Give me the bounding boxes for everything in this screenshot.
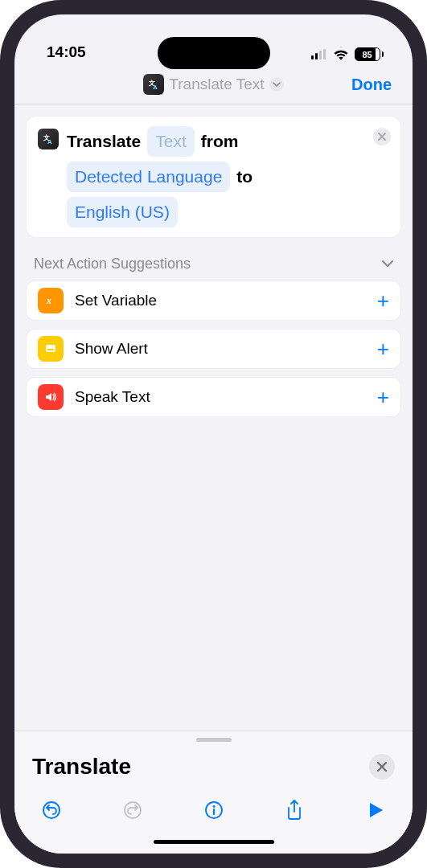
suggestion-speak-text[interactable]: Speak Text + bbox=[26, 377, 401, 417]
home-indicator-area bbox=[14, 829, 413, 854]
suggestion-set-variable[interactable]: x Set Variable + bbox=[26, 280, 401, 321]
alert-icon bbox=[38, 336, 64, 362]
screen: 14:05 bbox=[14, 14, 413, 854]
translate-app-icon: 文A bbox=[38, 129, 59, 149]
svg-point-14 bbox=[212, 805, 215, 808]
suggestion-label: Show Alert bbox=[75, 340, 366, 358]
home-indicator[interactable] bbox=[154, 840, 274, 844]
nav-title-label: Translate Text bbox=[169, 76, 264, 93]
svg-rect-2 bbox=[319, 51, 322, 59]
suggestion-label: Set Variable bbox=[75, 292, 366, 309]
translate-app-icon: 文A bbox=[143, 74, 164, 95]
action-verb: Translate bbox=[67, 128, 141, 155]
delete-action-button[interactable] bbox=[373, 128, 391, 145]
action-to-lang-param[interactable]: English (US) bbox=[67, 197, 178, 227]
variable-icon: x bbox=[38, 288, 64, 313]
panel-close-button[interactable] bbox=[369, 754, 395, 780]
svg-rect-1 bbox=[315, 53, 318, 59]
panel-header: Translate bbox=[14, 739, 413, 789]
suggestion-label: Speak Text bbox=[75, 388, 366, 406]
svg-text:x: x bbox=[46, 295, 51, 306]
done-button[interactable]: Done bbox=[351, 75, 392, 93]
suggestion-show-alert[interactable]: Show Alert + bbox=[26, 329, 401, 369]
toolbar bbox=[14, 789, 413, 829]
suggestions-header-row[interactable]: Next Action Suggestions bbox=[26, 238, 401, 280]
share-button[interactable] bbox=[281, 797, 307, 823]
svg-rect-0 bbox=[311, 55, 314, 59]
nav-bar: 文A Translate Text Done bbox=[14, 64, 413, 104]
action-from-lang-param[interactable]: Detected Language bbox=[67, 162, 230, 192]
action-to-word: to bbox=[236, 163, 253, 190]
status-time: 14:05 bbox=[47, 43, 86, 61]
battery-icon: 85 bbox=[355, 47, 384, 61]
panel-title: Translate bbox=[32, 754, 131, 780]
device-frame: 14:05 bbox=[0, 0, 427, 868]
undo-button[interactable] bbox=[39, 797, 64, 823]
volume-down-button bbox=[0, 275, 2, 326]
suggestions-list: x Set Variable + Show Alert + S bbox=[26, 280, 401, 417]
chevron-down-icon bbox=[382, 260, 393, 268]
svg-rect-3 bbox=[323, 49, 326, 59]
redo-button bbox=[120, 797, 146, 823]
silent-switch bbox=[0, 161, 2, 188]
svg-rect-9 bbox=[46, 345, 55, 352]
bottom-panel: Translate bbox=[14, 731, 413, 854]
svg-text:A: A bbox=[47, 138, 52, 145]
cellular-icon bbox=[311, 49, 327, 59]
action-from-word: from bbox=[201, 128, 239, 155]
speaker-icon bbox=[38, 384, 64, 410]
svg-text:A: A bbox=[153, 84, 158, 91]
run-button[interactable] bbox=[363, 797, 388, 823]
action-input-param[interactable]: Text bbox=[147, 126, 195, 157]
svg-rect-10 bbox=[47, 349, 54, 350]
volume-up-button bbox=[0, 211, 2, 262]
panel-grabber[interactable] bbox=[196, 738, 232, 742]
content: 文A Translate Text from Detected Language… bbox=[14, 104, 413, 731]
add-suggestion-button[interactable]: + bbox=[377, 289, 389, 313]
wifi-icon bbox=[333, 49, 349, 60]
add-suggestion-button[interactable]: + bbox=[377, 337, 389, 362]
chevron-down-icon bbox=[269, 77, 284, 92]
info-button[interactable] bbox=[201, 797, 227, 823]
svg-rect-15 bbox=[212, 809, 214, 815]
dynamic-island bbox=[158, 37, 270, 69]
translate-action-card[interactable]: 文A Translate Text from Detected Language… bbox=[26, 116, 401, 238]
svg-point-12 bbox=[125, 802, 141, 818]
svg-point-11 bbox=[43, 802, 60, 818]
action-text: Translate Text from Detected Language to… bbox=[67, 126, 389, 227]
nav-title-button[interactable]: 文A Translate Text bbox=[143, 74, 283, 95]
suggestions-header: Next Action Suggestions bbox=[34, 256, 191, 272]
add-suggestion-button[interactable]: + bbox=[377, 385, 389, 410]
status-right: 85 bbox=[311, 47, 384, 61]
